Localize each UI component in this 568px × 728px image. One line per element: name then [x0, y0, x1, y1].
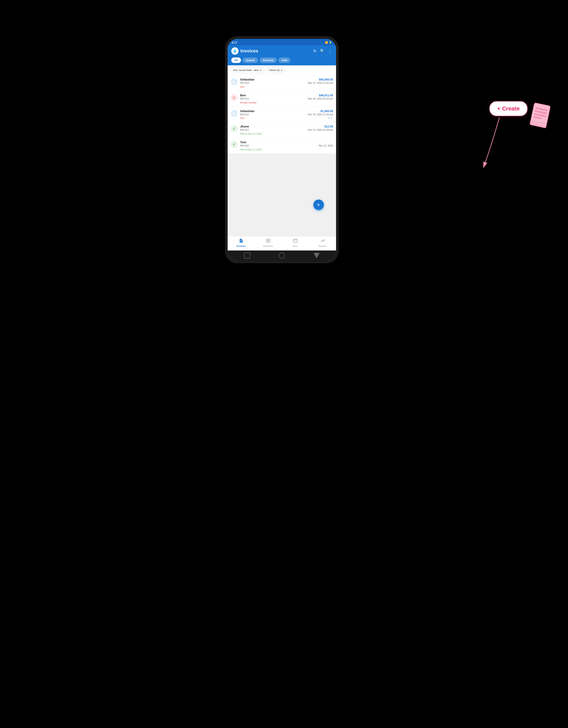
- battery-icon: 🔋: [329, 41, 332, 44]
- document-icon: 📄: [232, 111, 236, 116]
- invoice-number: INV-010: [240, 144, 249, 147]
- sort-chevron-icon: ▾: [260, 69, 262, 72]
- invoice-status-icon: ✓: [230, 125, 238, 132]
- app-title: Invoices: [241, 48, 311, 54]
- nav-label-more: More: [293, 245, 298, 247]
- create-label: Create: [502, 105, 520, 112]
- checkmark-icon: ✓: [233, 126, 236, 131]
- sort-button[interactable]: Sort: Issued Date - desc ▾: [230, 67, 264, 73]
- header-icons: ↻ 🔍 ⋮: [313, 49, 332, 53]
- svg-rect-3: [530, 103, 550, 128]
- invoice-status: Due -: [240, 86, 246, 88]
- double-check-icon: ✓✓: [328, 116, 333, 120]
- clients-filter-button[interactable]: Clients (0) ▾: [266, 67, 285, 73]
- home-square-button[interactable]: [244, 253, 250, 259]
- phone-screen: 3:17 📶 🔋 💧 Invoices ↻ 🔍 ⋮: [228, 39, 336, 261]
- create-button[interactable]: + Create: [489, 101, 528, 116]
- invoice-date: Nov 28, 2024 05.32 pm: [308, 97, 333, 100]
- nav-label-estimates: Estimates: [263, 245, 273, 247]
- tab-all[interactable]: All: [231, 57, 241, 63]
- bottom-nav: Invoices Estimates More: [228, 236, 336, 250]
- svg-rect-5: [535, 110, 547, 114]
- invoice-list: 📄 Sebastian $55,000.00 INV-014 Dec 27, 2…: [228, 75, 336, 236]
- app-logo: 💧: [231, 47, 239, 55]
- app-header: 💧 Invoices ↻ 🔍 ⋮: [228, 45, 336, 57]
- warning-icon: ⚠: [232, 95, 236, 100]
- filter-tabs: All Unpaid Overdue Paid: [228, 57, 336, 65]
- invoice-client-name: Sebastian: [240, 109, 255, 113]
- arrow-svg: [479, 115, 520, 176]
- nav-item-more[interactable]: More: [282, 239, 309, 247]
- home-back-button[interactable]: [313, 253, 319, 258]
- tab-paid[interactable]: Paid: [279, 57, 290, 63]
- invoice-status-icon: ⚠: [230, 94, 238, 101]
- table-row[interactable]: 📄 Sebastian $55,000.00 INV-014 Dec 27, 2…: [228, 75, 336, 91]
- table-row[interactable]: ⚠ Ben $49,911.00 INV-013 Nov 28, 2024 05…: [228, 91, 336, 107]
- invoice-number: INV-013: [240, 97, 249, 100]
- create-fab-button[interactable]: +: [313, 200, 324, 210]
- table-row[interactable]: 📄 Sebastian $1,500.00 INV-012 Nov 25, 20…: [228, 107, 336, 122]
- home-circle-button[interactable]: [279, 253, 285, 259]
- status-time: 3:17: [232, 41, 237, 44]
- table-row[interactable]: ✓ Tom INV-010 Nov 12, 2024 Paid on: [228, 138, 336, 154]
- search-icon[interactable]: 🔍: [320, 49, 325, 53]
- clients-label: Clients (0): [269, 69, 280, 72]
- nav-item-invoices[interactable]: Invoices: [228, 239, 255, 247]
- signal-icon: 📶: [325, 41, 328, 44]
- invoice-amount: $12.00: [324, 125, 333, 128]
- status-bar: 3:17 📶 🔋: [228, 39, 336, 45]
- reports-nav-icon: [320, 239, 324, 244]
- create-plus-icon: +: [497, 105, 502, 112]
- invoice-number: INV-012: [240, 113, 249, 116]
- invoice-status: Due -: [240, 117, 246, 119]
- sort-label: Sort: Issued Date - desc: [233, 69, 259, 72]
- invoice-date: Nov 12, 2024 02.08 pm: [308, 128, 333, 131]
- document-icon: 📄: [232, 80, 236, 84]
- invoice-number: INV-011: [240, 128, 249, 131]
- tab-unpaid[interactable]: Unpaid: [243, 57, 258, 63]
- invoices-nav-icon: [239, 239, 243, 244]
- logo-icon: 💧: [233, 49, 237, 53]
- invoice-status-icon: 📄: [230, 110, 238, 117]
- phone-device: 3:17 📶 🔋 💧 Invoices ↻ 🔍 ⋮: [225, 36, 338, 263]
- scene: 3:17 📶 🔋 💧 Invoices ↻ 🔍 ⋮: [0, 0, 568, 728]
- invoice-client-name: Jhone: [240, 125, 249, 128]
- svg-rect-1: [293, 239, 297, 243]
- invoice-amount: $55,000.00: [319, 78, 333, 81]
- invoice-amount: $1,500.00: [320, 109, 333, 113]
- invoice-status: Paid on Nov 12, 2024: [240, 133, 262, 135]
- invoice-client-name: Tom: [240, 140, 246, 144]
- clients-chevron-icon: ▾: [281, 69, 282, 72]
- invoice-client-name: Ben: [240, 93, 246, 97]
- invoice-details: Ben $49,911.00 INV-013 Nov 28, 2024 05.3…: [240, 93, 333, 104]
- invoice-details: Sebastian $1,500.00 INV-012 Nov 25, 2024…: [240, 109, 333, 120]
- nav-item-estimates[interactable]: Estimates: [255, 239, 282, 247]
- invoice-status-icon: 📄: [230, 78, 238, 85]
- more-nav-icon: [293, 239, 297, 244]
- invoice-date: Dec 27, 2024 12.42 pm: [308, 82, 333, 84]
- invoice-number: INV-014: [240, 82, 249, 84]
- invoice-status-icon: ✓: [230, 141, 238, 148]
- home-bar: [228, 250, 336, 261]
- status-icons: 📶 🔋: [325, 41, 332, 44]
- svg-marker-8: [530, 121, 547, 128]
- invoice-client-name: Sebastian: [240, 78, 255, 81]
- invoice-date: Nov 12, 2024: [319, 144, 333, 147]
- svg-rect-6: [534, 113, 546, 117]
- invoice-status: Paid on Nov 12, 2024: [240, 148, 262, 151]
- nav-label-invoices: Invoices: [237, 245, 246, 247]
- table-row[interactable]: ✓ Jhone $12.00 INV-011 Nov 12, 2024 02.0…: [228, 122, 336, 138]
- svg-rect-7: [533, 116, 542, 119]
- invoice-date: Nov 25, 2024 12.29 pm: [308, 113, 333, 116]
- nav-item-reports[interactable]: Reports: [309, 239, 336, 247]
- more-options-icon[interactable]: ⋮: [328, 49, 332, 53]
- plus-icon: +: [317, 202, 320, 208]
- estimates-nav-icon: [266, 239, 271, 244]
- phone-wrapper: 3:17 📶 🔋 💧 Invoices ↻ 🔍 ⋮: [225, 36, 338, 263]
- checkmark-icon: ✓: [233, 142, 236, 147]
- receipt-icon: [527, 101, 552, 134]
- svg-rect-4: [535, 107, 547, 111]
- invoice-details: Jhone $12.00 INV-011 Nov 12, 2024 02.08 …: [240, 125, 333, 135]
- refresh-icon[interactable]: ↻: [313, 49, 317, 53]
- tab-overdue[interactable]: Overdue: [260, 57, 277, 63]
